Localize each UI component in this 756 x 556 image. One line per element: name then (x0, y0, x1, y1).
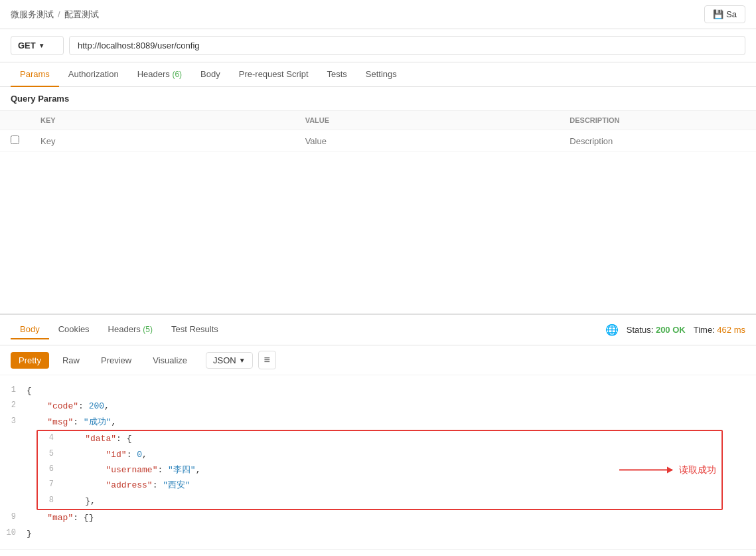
col-key: KEY (30, 111, 295, 130)
format-select[interactable]: JSON ▼ (206, 352, 253, 369)
code-line-2: 2 "code": 200, (0, 399, 756, 414)
desc-input[interactable] (569, 136, 745, 146)
row-checkbox-cell (0, 130, 30, 152)
code-line-10: 10 } (0, 526, 756, 541)
key-input[interactable] (40, 136, 284, 146)
save-icon: 💾 (713, 9, 723, 19)
request-tabs: Params Authorization Headers (6) Body Pr… (0, 62, 756, 87)
breadcrumb: 微服务测试 / 配置测试 (11, 9, 99, 21)
query-params-header: Query Params (0, 87, 756, 110)
key-cell (30, 130, 295, 152)
response-tab-body[interactable]: Body (11, 320, 49, 339)
format-select-label: JSON (213, 355, 236, 365)
arrow-head (667, 467, 673, 474)
top-bar: 微服务测试 / 配置测试 💾 Sa (0, 0, 756, 29)
response-header: Body Cookies Headers (5) Test Results 🌐 … (0, 315, 756, 345)
save-button[interactable]: 💾 Sa (704, 5, 745, 23)
url-input[interactable] (69, 36, 745, 55)
status-label: Status: 200 OK (627, 325, 686, 335)
annotation-text: 读取成功 (679, 462, 716, 478)
col-value: VALUE (295, 111, 560, 130)
code-line-9: 9 "map": {} (0, 510, 756, 525)
format-bar: Pretty Raw Preview Visualize JSON ▼ ≡ (0, 345, 756, 375)
code-line-4: 4 "data": { (38, 431, 721, 446)
footer: CSDN @林郅晨 (0, 549, 756, 556)
chevron-down-icon: ▼ (239, 357, 246, 364)
response-tab-headers[interactable]: Headers (5) (99, 320, 162, 339)
tab-authorization[interactable]: Authorization (59, 62, 128, 87)
code-line-1: 1 { (0, 383, 756, 399)
tab-body[interactable]: Body (191, 62, 230, 87)
tab-params[interactable]: Params (11, 62, 59, 87)
response-time: 462 ms (717, 325, 745, 335)
col-checkbox (0, 111, 30, 130)
response-tab-cookies[interactable]: Cookies (49, 320, 99, 339)
status-200: 200 OK (656, 325, 686, 335)
format-tab-raw[interactable]: Raw (54, 352, 88, 369)
url-bar: GET ▼ (0, 29, 756, 62)
tab-headers[interactable]: Headers (6) (128, 62, 191, 87)
breadcrumb-separator: / (58, 9, 60, 19)
method-select[interactable]: GET ▼ (11, 36, 64, 55)
code-line-7: 7 "address": "西安" (38, 478, 721, 493)
chevron-down-icon: ▼ (38, 42, 45, 49)
annotation: 读取成功 (619, 462, 716, 478)
annotated-section: 4 "data": { 5 "id": 0, 6 (0, 430, 756, 510)
tab-tests[interactable]: Tests (318, 62, 356, 87)
breadcrumb-part2: 配置测试 (64, 9, 99, 21)
response-panel: Body Cookies Headers (5) Test Results 🌐 … (0, 315, 756, 549)
format-tab-preview[interactable]: Preview (93, 352, 139, 369)
wrap-button[interactable]: ≡ (258, 351, 276, 369)
code-line-5: 5 "id": 0, (38, 447, 721, 462)
status-info: 🌐 Status: 200 OK Time: 462 ms (605, 324, 745, 336)
request-panel: Params Authorization Headers (6) Body Pr… (0, 62, 756, 315)
row-checkbox[interactable] (11, 136, 19, 144)
desc-cell (559, 130, 756, 152)
params-table: KEY VALUE DESCRIPTION (0, 110, 756, 152)
code-line-3: 3 "msg": "成功", (0, 415, 756, 430)
value-cell (295, 130, 560, 152)
globe-icon: 🌐 (605, 324, 619, 336)
breadcrumb-part1: 微服务测试 (11, 9, 54, 21)
response-tabs: Body Cookies Headers (5) Test Results (11, 320, 228, 339)
code-view: 1 { 2 "code": 200, 3 "msg": "成功", 4 (0, 375, 756, 549)
value-input[interactable] (305, 136, 549, 146)
table-row (0, 130, 756, 152)
format-tab-visualize[interactable]: Visualize (145, 352, 195, 369)
arrow-line (619, 470, 672, 471)
method-label: GET (18, 41, 36, 50)
format-tab-pretty[interactable]: Pretty (11, 352, 49, 369)
response-tab-test-results[interactable]: Test Results (162, 320, 228, 339)
time-label: Time: 462 ms (694, 325, 745, 335)
tab-prerequest[interactable]: Pre-request Script (230, 62, 318, 87)
code-line-8: 8 }, (38, 494, 721, 509)
tab-settings[interactable]: Settings (356, 62, 406, 87)
col-description: DESCRIPTION (559, 111, 756, 130)
